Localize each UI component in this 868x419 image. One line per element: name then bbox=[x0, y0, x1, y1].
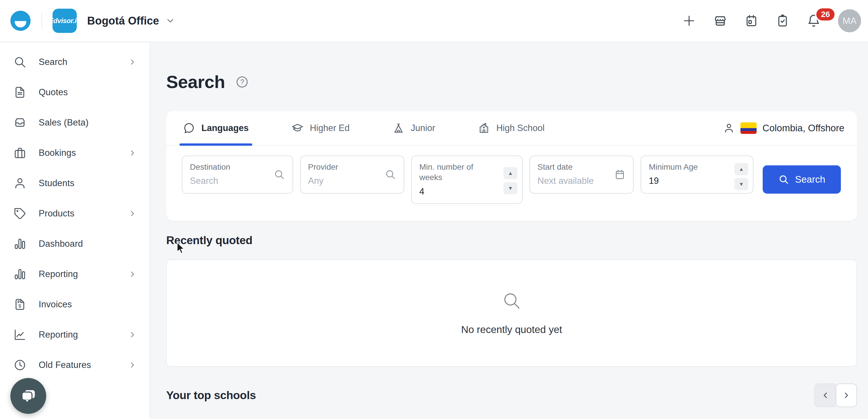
sidebar-item-label: Reporting bbox=[39, 269, 78, 279]
line-chart-icon bbox=[13, 328, 27, 341]
sidebar-item-invoices[interactable]: $ Invoices bbox=[0, 289, 150, 320]
empty-state-text: No recently quoted yet bbox=[461, 324, 562, 335]
min-weeks-label: Min. number of weeks bbox=[419, 162, 483, 183]
help-icon[interactable]: ? bbox=[236, 75, 249, 89]
sidebar-item-sales[interactable]: Sales (Beta) bbox=[0, 107, 150, 138]
top-schools-title: Your top schools bbox=[166, 389, 256, 402]
start-date-filter[interactable]: Start date bbox=[529, 155, 634, 193]
person-icon bbox=[723, 122, 735, 134]
top-header: Edvisor.io Bogotá Office bbox=[0, 0, 868, 42]
start-date-label: Start date bbox=[537, 162, 626, 172]
inbox-icon bbox=[13, 116, 27, 129]
sidebar-item-quotes[interactable]: Quotes bbox=[0, 77, 150, 107]
notification-badge: 26 bbox=[815, 7, 836, 22]
marketplace-icon[interactable] bbox=[713, 14, 727, 28]
min-weeks-stepper: ▲ ▼ bbox=[503, 167, 517, 194]
briefcase-icon bbox=[13, 146, 27, 159]
min-age-label: Minimum Age bbox=[649, 162, 745, 172]
search-icon bbox=[778, 174, 789, 185]
destination-filter[interactable]: Destination bbox=[182, 155, 293, 193]
provider-input[interactable] bbox=[308, 176, 370, 186]
sidebar-nav: Search Quotes Sales (Beta) Bookings Stud… bbox=[0, 43, 150, 419]
tab-label: Higher Ed bbox=[310, 123, 350, 133]
tab-languages[interactable]: Languages bbox=[183, 111, 249, 145]
stepper-down-button[interactable]: ▼ bbox=[503, 182, 517, 194]
min-weeks-input[interactable] bbox=[419, 186, 486, 197]
sidebar-item-label: Reporting bbox=[39, 330, 78, 340]
tab-junior[interactable]: Junior bbox=[393, 111, 435, 145]
bar-chart-icon bbox=[13, 268, 27, 281]
tab-label: High School bbox=[496, 123, 545, 133]
stepper-up-button[interactable]: ▲ bbox=[503, 167, 517, 179]
filters-row: Destination Provider Min. number of week… bbox=[166, 146, 857, 221]
tent-icon bbox=[393, 122, 405, 134]
min-age-filter[interactable]: Minimum Age ▲ ▼ bbox=[641, 155, 753, 193]
tabs-row: Languages Higher Ed Junior High School bbox=[166, 111, 857, 146]
chevron-right-icon bbox=[128, 58, 137, 66]
workspace-logo[interactable] bbox=[10, 11, 31, 31]
destination-label: Destination bbox=[190, 162, 285, 172]
graduation-cap-icon bbox=[291, 122, 304, 134]
top-schools-pager bbox=[814, 384, 857, 407]
sidebar-item-products[interactable]: Products bbox=[0, 198, 150, 229]
calendar-icon bbox=[614, 169, 626, 180]
stepper-down-button[interactable]: ▼ bbox=[734, 178, 748, 190]
sidebar-item-label: Old Features bbox=[39, 360, 91, 370]
header-divider bbox=[41, 13, 42, 29]
provider-label: Provider bbox=[308, 162, 397, 172]
chevron-right-icon bbox=[128, 361, 137, 369]
chevron-right-icon bbox=[128, 149, 137, 157]
pager-next-button[interactable] bbox=[836, 384, 857, 407]
colombia-flag-icon bbox=[740, 122, 756, 134]
recently-quoted-title: Recently quoted bbox=[166, 234, 857, 247]
sidebar-item-reporting[interactable]: Reporting bbox=[0, 259, 150, 289]
tasks-clipboard-icon[interactable] bbox=[776, 14, 789, 28]
page-title: Search bbox=[166, 71, 225, 92]
edvisor-logo[interactable]: Edvisor.io bbox=[53, 9, 77, 33]
locale-selector[interactable]: Colombia, Offshore bbox=[723, 122, 844, 134]
provider-filter[interactable]: Provider bbox=[300, 155, 405, 193]
edvisor-logo-text: Edvisor.io bbox=[49, 17, 81, 25]
avatar-initials: MA bbox=[843, 16, 857, 26]
search-icon bbox=[502, 291, 521, 310]
bar-chart-icon bbox=[13, 237, 27, 250]
chevron-right-icon bbox=[128, 270, 137, 278]
sidebar-item-bookings[interactable]: Bookings bbox=[0, 138, 150, 168]
chat-launcher-button[interactable] bbox=[10, 378, 46, 414]
stepper-up-button[interactable]: ▲ bbox=[734, 163, 748, 175]
sidebar-item-dashboard[interactable]: Dashboard bbox=[0, 229, 150, 259]
create-new-button[interactable] bbox=[682, 14, 696, 28]
sidebar-item-old-features[interactable]: Old Features bbox=[0, 350, 150, 380]
invoice-icon: $ bbox=[13, 298, 27, 311]
sidebar-item-reporting-2[interactable]: Reporting bbox=[0, 320, 150, 350]
office-switcher[interactable]: Bogotá Office bbox=[87, 15, 175, 27]
sidebar-item-label: Search bbox=[39, 57, 67, 67]
avatar[interactable]: MA bbox=[838, 9, 861, 32]
sidebar-item-search[interactable]: Search bbox=[0, 47, 150, 77]
destination-input[interactable] bbox=[190, 176, 256, 186]
search-panel: Languages Higher Ed Junior High School bbox=[166, 111, 857, 221]
notifications-bell-icon[interactable]: 26 bbox=[807, 14, 821, 28]
locale-label: Colombia, Offshore bbox=[763, 123, 844, 133]
sidebar-item-label: Quotes bbox=[39, 87, 68, 97]
tab-higher-ed[interactable]: Higher Ed bbox=[291, 111, 350, 145]
search-button[interactable]: Search bbox=[763, 166, 841, 193]
clock-icon bbox=[13, 358, 27, 372]
min-age-stepper: ▲ ▼ bbox=[734, 163, 748, 190]
calendar-icon[interactable] bbox=[744, 14, 758, 28]
start-date-input[interactable] bbox=[537, 176, 599, 186]
sidebar-item-label: Invoices bbox=[39, 299, 72, 310]
min-age-input[interactable] bbox=[649, 176, 716, 186]
tab-high-school[interactable]: High School bbox=[478, 111, 545, 145]
chevron-right-icon bbox=[128, 209, 137, 218]
pager-prev-button[interactable] bbox=[814, 384, 836, 407]
search-button-label: Search bbox=[795, 174, 825, 185]
min-weeks-filter[interactable]: Min. number of weeks ▲ ▼ bbox=[411, 155, 523, 204]
person-icon bbox=[13, 177, 27, 190]
recently-quoted-empty-card: No recently quoted yet bbox=[166, 260, 857, 367]
search-icon bbox=[385, 169, 396, 180]
sidebar-item-label: Bookings bbox=[39, 148, 76, 158]
document-icon bbox=[13, 86, 27, 99]
sidebar-item-students[interactable]: Students bbox=[0, 168, 150, 198]
speech-bubble-icon bbox=[183, 122, 195, 134]
